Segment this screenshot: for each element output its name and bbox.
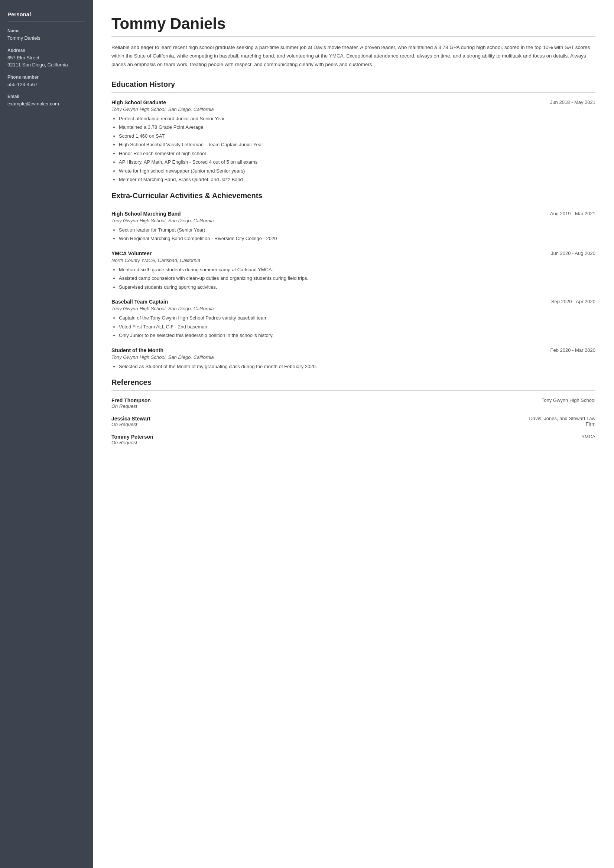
extra-entry-2-bullets: Captain of the Tony Gwynn High School Pa…: [112, 314, 595, 339]
reference-0-status: On Request: [112, 403, 151, 409]
education-entry-0: High School Graduate Jun 2018 - May 2021…: [112, 99, 595, 183]
extra-entry-0-subtitle: Tony Gwynn High School, San Diego, Calif…: [112, 218, 595, 223]
edu-bullet-1: Maintained a 3.78 Grade Point Average: [119, 124, 595, 131]
reference-1-status: On Request: [112, 422, 151, 427]
edu-entry-subtitle: Tony Gwynn High School, San Diego, Calif…: [112, 107, 595, 112]
sidebar-phone-value: 555-123-4567: [8, 81, 85, 88]
extra-0-bullet-0: Section leader for Trumpet (Senior Year): [119, 226, 595, 234]
sidebar-address-label: Address: [8, 48, 85, 53]
edu-bullet-5: AP History, AP Math, AP English - Scored…: [119, 158, 595, 166]
sidebar-address-value: 657 Elm Street92111 San Diego, Californi…: [8, 54, 85, 69]
edu-bullet-2: Scored 1,460 on SAT: [119, 132, 595, 140]
edu-bullets: Perfect attendance record Junior and Sen…: [112, 115, 595, 183]
reference-entry-2: Tommy Peterson On Request YMCA: [112, 434, 595, 445]
reference-2-org: YMCA: [581, 434, 595, 445]
extracurricular-entry-0: High School Marching Band Aug 2019 - Mar…: [112, 211, 595, 242]
extra-1-bullet-2: Supervised students during sporting acti…: [119, 284, 595, 291]
edu-bullet-0: Perfect attendance record Junior and Sen…: [119, 115, 595, 122]
edu-bullet-3: High School Baseball Varsity Letterman -…: [119, 141, 595, 149]
reference-0-name: Fred Thompson: [112, 397, 151, 403]
sidebar-email-value: example@cvmaker.com: [8, 100, 85, 108]
extra-entry-0-date: Aug 2019 - Mar 2021: [550, 211, 595, 216]
extracurricular-entry-2: Baseball Team Captain Sep 2020 - Apr 202…: [112, 299, 595, 339]
education-divider: [112, 92, 595, 93]
extra-entry-0-bullets: Section leader for Trumpet (Senior Year)…: [112, 226, 595, 242]
reference-1-name: Jessica Stewart: [112, 415, 151, 422]
references-section-title: References: [112, 378, 595, 387]
sidebar: Personal Name Tommy Daniels Address 657 …: [0, 0, 93, 868]
extra-entry-1-title: YMCA Volunteer: [112, 251, 152, 256]
extra-2-bullet-0: Captain of the Tony Gwynn High School Pa…: [119, 314, 595, 322]
extra-entry-3-date: Feb 2020 - Mar 2020: [550, 347, 595, 353]
extracurricular-section-title: Extra-Curricular Activities & Achievemen…: [112, 192, 595, 200]
sidebar-email-label: Email: [8, 94, 85, 99]
extra-1-bullet-1: Assisted camp counselors with clean-up d…: [119, 274, 595, 282]
education-section-title: Education History: [112, 80, 595, 89]
edu-bullet-4: Honor Roll each semester of high school: [119, 150, 595, 157]
reference-2-status: On Request: [112, 440, 154, 445]
sidebar-phone-label: Phone number: [8, 74, 85, 80]
extra-entry-3-title: Student of the Month: [112, 347, 163, 353]
sidebar-name-value: Tommy Daniels: [8, 34, 85, 42]
main-content: Tommy Daniels Reliable and eager to lear…: [93, 0, 614, 868]
edu-entry-date: Jun 2018 - May 2021: [550, 99, 595, 105]
extracurricular-entry-3: Student of the Month Feb 2020 - Mar 2020…: [112, 347, 595, 370]
reference-0-org: Tony Gwynn High School: [542, 397, 595, 409]
edu-bullet-6: Wrote for high school newspaper (Junior …: [119, 167, 595, 175]
reference-entry-1: Jessica Stewart On Request Davis, Jones,…: [112, 415, 595, 427]
reference-entry-0: Fred Thompson On Request Tony Gwynn High…: [112, 397, 595, 409]
edu-bullet-7: Member of Marching Band, Brass Quartet, …: [119, 176, 595, 183]
references-divider: [112, 391, 595, 391]
summary-text: Reliable and eager to learn recent high …: [112, 43, 595, 69]
extra-entry-1-date: Jun 2020 - Aug 2020: [551, 251, 595, 256]
extra-entry-1-bullets: Mentored sixth grade students during sum…: [112, 266, 595, 291]
sidebar-name-label: Name: [8, 28, 85, 33]
extra-entry-3-bullets: Selected as Student of the Month of my g…: [112, 363, 595, 370]
extra-entry-2-date: Sep 2020 - Apr 2020: [551, 299, 595, 304]
edu-entry-title: High School Graduate: [112, 99, 166, 105]
extra-entry-1-subtitle: North County YMCA, Carlsbad, California: [112, 257, 595, 263]
reference-1-org: Davis, Jones, and Stewart Law Firm: [521, 415, 595, 427]
extracurricular-divider: [112, 204, 595, 204]
main-name: Tommy Daniels: [112, 15, 595, 33]
extra-1-bullet-0: Mentored sixth grade students during sum…: [119, 266, 595, 273]
sidebar-section-title: Personal: [8, 11, 85, 22]
name-divider: [112, 36, 595, 37]
extracurricular-entry-1: YMCA Volunteer Jun 2020 - Aug 2020 North…: [112, 251, 595, 291]
reference-2-name: Tommy Peterson: [112, 434, 154, 440]
extra-entry-2-subtitle: Tony Gwynn High School, San Diego, Calif…: [112, 306, 595, 312]
extra-3-bullet-0: Selected as Student of the Month of my g…: [119, 363, 595, 370]
extra-2-bullet-2: Only Junior to be selected this leadersh…: [119, 332, 595, 339]
extra-entry-2-title: Baseball Team Captain: [112, 299, 168, 305]
extra-2-bullet-1: Voted First Team ALL CIF - 2nd baseman.: [119, 323, 595, 331]
extra-0-bullet-1: Won Regional Marching Band Competition -…: [119, 235, 595, 242]
extra-entry-3-subtitle: Tony Gwynn High School, San Diego, Calif…: [112, 354, 595, 360]
extra-entry-0-title: High School Marching Band: [112, 211, 181, 217]
